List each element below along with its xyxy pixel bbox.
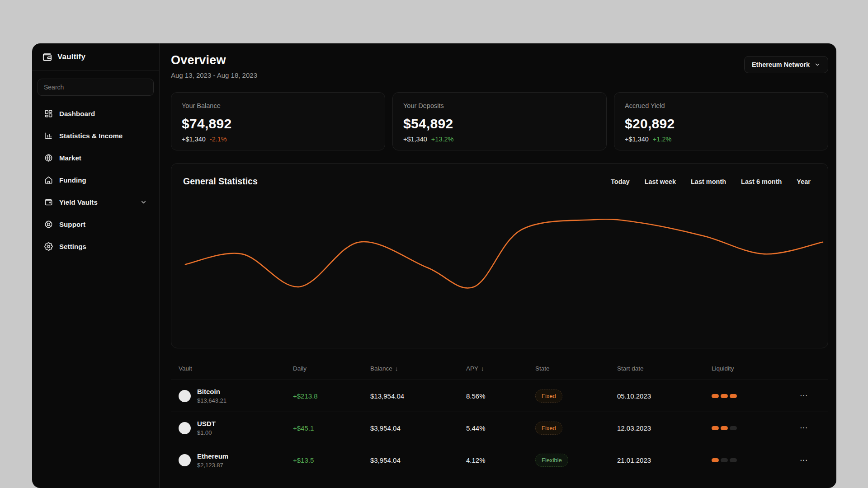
column-header-start-date[interactable]: Start date ↓ <box>617 365 712 372</box>
coin-avatar <box>179 390 191 402</box>
general-statistics-panel: General Statistics Today Last week Last … <box>171 163 828 348</box>
chevron-down-icon <box>814 61 821 68</box>
stat-card-change-amount: +$1,340 <box>403 136 427 143</box>
apy-value: 4.12% <box>466 456 535 464</box>
vault-name: Bitcoin <box>197 388 226 395</box>
sidebar-item-statistics-income[interactable]: Statistics & Income <box>37 126 155 145</box>
stat-card-value: $20,892 <box>625 116 817 131</box>
app-window: Vaultify Dashboard Statistics & Income M… <box>32 43 836 488</box>
main-content: Overview Aug 13, 2023 - Aug 18, 2023 Eth… <box>160 43 836 488</box>
daily-change: +$45.1 <box>293 424 370 432</box>
home-icon <box>44 176 53 184</box>
column-header-vault[interactable]: Vault ↓ <box>179 365 293 372</box>
stat-card-label: Your Deposits <box>403 102 596 109</box>
state-badge: Flexible <box>535 454 568 467</box>
stat-card-deposits: Your Deposits $54,892 +$1,340 +13.2% <box>392 92 607 150</box>
start-date: 05.10.2023 <box>617 392 712 400</box>
stat-card-change-amount: +$1,340 <box>625 136 649 143</box>
liquidity-pill-active <box>712 426 719 430</box>
statistics-line-chart <box>171 199 828 348</box>
gear-icon <box>44 242 53 251</box>
vault-price: $13,643.21 <box>197 397 226 404</box>
sidebar-nav: Dashboard Statistics & Income Market Fun… <box>32 100 159 259</box>
network-selector-label: Ethereum Network <box>752 61 810 68</box>
time-filter-today[interactable]: Today <box>611 177 630 186</box>
state-badge: Fixed <box>535 389 562 403</box>
stat-card-value: $54,892 <box>403 116 596 131</box>
lifebuoy-icon <box>44 220 53 229</box>
liquidity-indicator <box>712 394 796 398</box>
column-header-state[interactable]: State ↓ <box>535 365 617 372</box>
dashboard-icon <box>44 109 53 118</box>
time-filter-last-month[interactable]: Last month <box>691 177 726 186</box>
search-input[interactable] <box>38 79 154 96</box>
liquidity-pill-active <box>712 394 719 398</box>
balance-value: $3,954.04 <box>370 456 466 464</box>
column-header-daily[interactable]: Daily ↓ <box>293 365 370 372</box>
vault-row-usdt[interactable]: USDT $1.00 +$45.1 $3,954.04 5.44% Fixed … <box>171 412 828 444</box>
sidebar-item-funding[interactable]: Funding <box>37 170 155 189</box>
state-badge: Fixed <box>535 422 562 435</box>
balance-value: $13,954.04 <box>370 392 466 400</box>
stat-card-label: Your Balance <box>182 102 374 109</box>
column-header-apy[interactable]: APY ↓ <box>466 365 535 372</box>
sidebar: Vaultify Dashboard Statistics & Income M… <box>32 43 160 488</box>
coin-avatar <box>179 454 191 466</box>
vault-name: Ethereum <box>197 452 228 460</box>
globe-icon <box>44 154 53 162</box>
stat-cards: Your Balance $74,892 +$1,340 -2.1% Your … <box>171 92 828 150</box>
sort-desc-icon: ↓ <box>395 365 398 372</box>
wallet-icon <box>44 198 53 206</box>
start-date: 21.01.2023 <box>617 456 712 464</box>
row-actions-button[interactable]: ⋯ <box>796 392 812 400</box>
liquidity-pill-inactive <box>730 458 737 462</box>
time-filter-group: Today Last week Last month Last 6 month … <box>611 177 816 186</box>
chevron-down-icon <box>140 199 147 206</box>
liquidity-pill-active <box>721 394 728 398</box>
panel-title: General Statistics <box>183 176 258 187</box>
liquidity-pill-inactive <box>730 426 737 430</box>
liquidity-indicator <box>712 458 796 462</box>
stat-card-change-percent: +13.2% <box>431 136 454 143</box>
network-selector[interactable]: Ethereum Network <box>744 56 828 73</box>
balance-value: $3,954.04 <box>370 424 466 432</box>
date-range: Aug 13, 2023 - Aug 18, 2023 <box>171 71 257 79</box>
vault-price: $1.00 <box>197 429 216 436</box>
stat-card-change-amount: +$1,340 <box>182 136 206 143</box>
stat-card-balance: Your Balance $74,892 +$1,340 -2.1% <box>171 92 385 150</box>
sidebar-item-market[interactable]: Market <box>37 148 155 167</box>
vault-row-ethereum[interactable]: Ethereum $2,123.87 +$13.5 $3,954.04 4.12… <box>171 444 828 476</box>
coin-avatar <box>179 422 191 434</box>
app-logo: Vaultify <box>32 43 159 71</box>
time-filter-last-week[interactable]: Last week <box>645 177 676 186</box>
sidebar-item-settings[interactable]: Settings <box>37 237 155 256</box>
daily-change: +$13.5 <box>293 456 370 464</box>
bar-chart-icon <box>44 131 53 140</box>
vaults-table: Vault ↓ Daily ↓ Balance ↓ APY ↓ State ↓ … <box>171 357 828 476</box>
liquidity-pill-active <box>721 426 728 430</box>
app-name: Vaultify <box>57 52 85 61</box>
liquidity-pill-inactive <box>721 458 728 462</box>
column-header-liquidity[interactable]: Liquidity ↓ <box>712 365 796 372</box>
stat-card-change-percent: -2.1% <box>210 136 227 143</box>
vault-name: USDT <box>197 420 216 427</box>
liquidity-indicator <box>712 426 796 430</box>
liquidity-pill-active <box>730 394 737 398</box>
sidebar-item-support[interactable]: Support <box>37 215 155 234</box>
apy-value: 8.56% <box>466 392 535 400</box>
vault-price: $2,123.87 <box>197 462 228 469</box>
column-header-balance[interactable]: Balance ↓ <box>370 365 466 372</box>
start-date: 12.03.2023 <box>617 424 712 432</box>
sidebar-item-dashboard[interactable]: Dashboard <box>37 104 155 123</box>
row-actions-button[interactable]: ⋯ <box>796 456 812 465</box>
row-actions-button[interactable]: ⋯ <box>796 424 812 432</box>
vault-row-bitcoin[interactable]: Bitcoin $13,643.21 +$213.8 $13,954.04 8.… <box>171 380 828 412</box>
liquidity-pill-active <box>712 458 719 462</box>
sidebar-item-yield-vaults[interactable]: Yield Vaults <box>37 192 155 211</box>
daily-change: +$213.8 <box>293 392 370 400</box>
time-filter-last-6-month[interactable]: Last 6 month <box>741 177 782 186</box>
time-filter-year[interactable]: Year <box>797 177 811 186</box>
page-title: Overview <box>171 53 257 67</box>
apy-value: 5.44% <box>466 424 535 432</box>
stat-card-yield: Accrued Yield $20,892 +$1,340 +1.2% <box>614 92 828 150</box>
